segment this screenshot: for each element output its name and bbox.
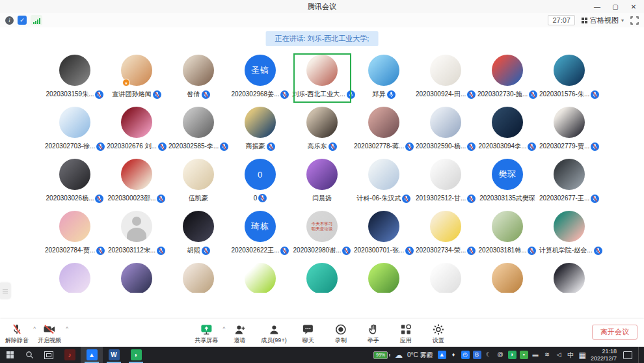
participant-tile[interactable]: 2020302676 刘... <box>106 105 168 157</box>
unmute-chevron[interactable]: ^ <box>33 325 36 331</box>
settings-button[interactable]: 设置 <box>427 323 449 345</box>
start-button[interactable] <box>0 347 20 363</box>
participant-tile[interactable]: 2020302778-蒋... <box>353 105 415 157</box>
participant-tile[interactable]: 2020300701-张... <box>353 209 415 262</box>
participant-tile[interactable]: 2020303159朱... <box>44 53 106 105</box>
taskbar-clock[interactable]: 21:18 2022/12/7 <box>591 348 617 362</box>
security-shield-icon[interactable]: ✓ <box>18 16 27 25</box>
participant-tile[interactable]: 郑异 <box>353 53 415 105</box>
participant-tile[interactable]: 2020300924-田... <box>415 53 477 105</box>
fullscreen-icon[interactable] <box>630 16 639 25</box>
record-button[interactable]: 录制 <box>330 323 352 345</box>
participant-tile[interactable]: 2020302779-贾... <box>539 105 600 157</box>
chat-button[interactable]: 聊天 <box>297 323 319 345</box>
participant-tile[interactable] <box>291 262 353 293</box>
tray-meeting-icon[interactable]: ▲ <box>438 351 446 359</box>
battery-indicator[interactable]: 99% <box>373 351 390 359</box>
tray-wifi-icon[interactable]: ≋ <box>543 351 552 359</box>
notification-center-icon[interactable] <box>623 351 632 359</box>
participant-tile[interactable]: 计算机学院-赵会... <box>539 209 600 262</box>
raise-hand-button[interactable]: 举手 <box>362 323 384 345</box>
touch-keyboard-icon[interactable]: ▦ <box>579 351 586 360</box>
participant-tile[interactable]: 2020302784-贾... <box>44 209 106 262</box>
participant-tile[interactable]: 2020302590-杨... <box>415 105 477 157</box>
participant-tile[interactable] <box>477 262 539 293</box>
participant-tile[interactable]: 2020302703-徐... <box>44 105 106 157</box>
participant-tile[interactable] <box>168 262 230 293</box>
close-button[interactable]: ✕ <box>624 0 643 13</box>
participant-tile[interactable]: 2020303094李... <box>477 105 539 157</box>
maximize-button[interactable]: ▢ <box>606 0 624 13</box>
participant-tile[interactable] <box>415 262 477 293</box>
participant-tile[interactable]: ★宣讲团孙烙闻 <box>106 53 168 105</box>
show-desktop-button[interactable] <box>638 347 641 363</box>
tray-mic-icon[interactable]: ♦ <box>449 351 458 359</box>
participant-tile[interactable]: 今天不学习明天变垃圾2020302980谢... <box>291 209 353 262</box>
taskbar-app-word[interactable]: W <box>103 347 125 363</box>
participant-tile[interactable]: 2020303026杨... <box>44 157 106 209</box>
search-button[interactable] <box>20 347 39 363</box>
sidebar-collapse-handle[interactable] <box>0 283 10 299</box>
ime-indicator[interactable]: 中 <box>568 351 574 360</box>
apps-button[interactable]: 应用 <box>395 323 417 345</box>
participant-tile[interactable]: 樊琛2020303135武樊琛 <box>477 157 539 209</box>
tray-mail-icon[interactable]: @ <box>496 351 505 359</box>
network-quality-icon[interactable] <box>31 15 42 25</box>
participant-tile[interactable]: 00 <box>230 157 291 209</box>
participant-tile[interactable]: 2020302585-李... <box>168 105 230 157</box>
tray-moon-icon[interactable]: ☾ <box>485 351 493 359</box>
task-view-button[interactable] <box>39 347 59 363</box>
view-mode-switcher[interactable]: 宫格视图 ▾ <box>582 16 624 25</box>
participant-tile[interactable] <box>44 262 106 293</box>
participant-tile[interactable]: 2020301576-朱... <box>539 53 600 105</box>
participant-tile[interactable] <box>106 262 168 293</box>
participant-tile[interactable]: 伍凯豪 <box>168 157 230 209</box>
participant-tile[interactable]: 计科-06-朱汉武 <box>353 157 415 209</box>
leave-meeting-button[interactable]: 离开会议 <box>592 325 637 340</box>
participant-name-row: 2019302512-甘... <box>416 194 476 203</box>
participant-tile[interactable]: 闫晨扬 <box>291 157 353 209</box>
participant-tile[interactable]: 琦栋2020302622王... <box>230 209 291 262</box>
participant-tile[interactable] <box>353 262 415 293</box>
participant-tile[interactable]: 昝倩 <box>168 53 230 105</box>
tray-band-icon[interactable]: ▬ <box>531 351 540 359</box>
taskbar-app-tencent-meeting[interactable]: ▲ <box>81 347 103 363</box>
participant-tile[interactable]: 2019302512-甘... <box>415 157 477 209</box>
participant-tile[interactable]: 2020300023邵... <box>106 157 168 209</box>
participant-name: 2020303159朱... <box>46 90 94 99</box>
participant-tile[interactable] <box>230 262 291 293</box>
participant-tile-speaking[interactable]: 刘乐-西北工业大... <box>291 53 353 105</box>
participant-tile[interactable]: 商振豪 <box>230 105 291 157</box>
weather-text[interactable]: 0°C 雾霾 <box>407 351 433 360</box>
meeting-info-icon[interactable]: i <box>5 16 14 25</box>
participant-tile[interactable]: 2020302734-荣... <box>415 209 477 262</box>
tray-green-icon[interactable]: ▪ <box>520 351 528 359</box>
participant-name: 商振豪 <box>246 142 265 151</box>
participant-tile[interactable]: 2020303112宋... <box>106 209 168 262</box>
mic-muted-icon <box>159 143 165 150</box>
invite-button[interactable]: 邀请 <box>228 323 250 345</box>
participant-tile[interactable]: 2020302677-王... <box>539 157 600 209</box>
participant-tile[interactable] <box>539 262 600 293</box>
taskbar-app-wechat[interactable]: ◗ <box>125 347 147 363</box>
participant-tile[interactable]: 2020303181韩... <box>477 209 539 262</box>
participant-tile[interactable]: 2020302730-施... <box>477 53 539 105</box>
participant-tile[interactable]: 高乐东 <box>291 105 353 157</box>
participant-name-row: 2020302968姜... <box>232 90 289 99</box>
unmute-button[interactable]: 解除静音^ <box>5 323 29 345</box>
participant-name: 刘乐-西北工业大... <box>292 90 345 99</box>
share-screen-chevron[interactable]: ^ <box>223 325 226 331</box>
participant-tile[interactable]: 圣镐2020302968姜... <box>230 53 291 105</box>
minimize-button[interactable]: — <box>588 0 606 13</box>
tray-wechat-icon[interactable]: ◗ <box>508 351 517 359</box>
taskbar-app-app-music[interactable]: ♪ <box>59 347 81 363</box>
start-video-button[interactable]: 开启视频^ <box>38 323 61 345</box>
share-screen-button[interactable]: 共享屏幕^ <box>195 323 218 345</box>
tray-volume-icon[interactable]: ◁ <box>555 351 563 359</box>
participant-tile[interactable]: 胡熙 <box>168 209 230 262</box>
members-button[interactable]: 成员(99+) <box>261 323 286 345</box>
mic-muted-icon <box>407 143 412 150</box>
tray-clock-icon[interactable]: ◴ <box>461 351 470 359</box>
tray-bluetooth-icon[interactable]: B <box>473 351 481 359</box>
start-video-chevron[interactable]: ^ <box>66 325 68 331</box>
